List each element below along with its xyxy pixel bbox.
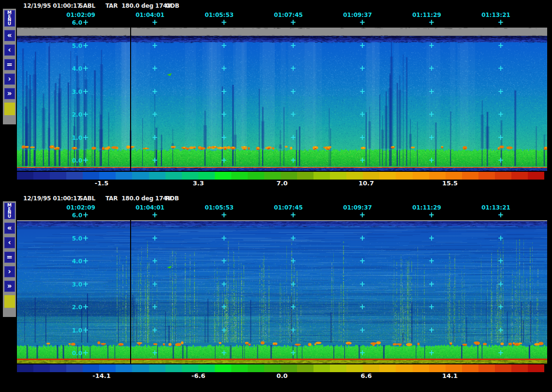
colorbar-cell — [346, 172, 363, 180]
colorbar-cell — [116, 364, 132, 372]
grid-mark-icon: + — [428, 65, 435, 73]
grid-mark-icon: + — [82, 235, 90, 242]
grid-mark-icon: + — [220, 88, 228, 96]
menu-button[interactable]: MENU — [4, 10, 15, 27]
colorbar-cell — [182, 364, 198, 372]
header-datetime: 12/19/95 01:00:17 — [23, 2, 81, 9]
grid-mark-icon: + — [358, 157, 366, 165]
colorbar — [17, 172, 544, 180]
colorbar-cell — [50, 364, 66, 372]
color-swatch[interactable] — [4, 103, 15, 115]
header-scan-info: TAR 180.0 deg 174# — [105, 195, 172, 202]
step-forward-button[interactable]: › — [4, 266, 15, 277]
colorbar-cell — [281, 172, 297, 180]
grid-mark-icon: + — [358, 327, 366, 334]
altitude-label: 4.0 — [60, 65, 82, 73]
time-label: 01:13:21 — [477, 204, 515, 211]
time-cursor[interactable] — [130, 220, 131, 363]
colorbar-cell — [248, 364, 264, 372]
grid-mark-icon: + — [82, 349, 90, 357]
grid-mark-icon: + — [289, 303, 297, 311]
grid-mark-icon: + — [497, 88, 505, 96]
time-label: 01:07:45 — [269, 12, 308, 18]
hold-button[interactable]: = — [4, 59, 15, 70]
grid-mark-icon: + — [428, 349, 435, 357]
grid-mark-icon: + — [289, 257, 297, 265]
grid-mark-icon: + — [220, 42, 228, 50]
colorbar-cell — [478, 364, 495, 372]
grid-mark-icon: + — [151, 257, 159, 265]
color-swatch[interactable] — [4, 295, 15, 308]
time-label: 01:09:37 — [338, 12, 377, 18]
grid-mark-icon: + — [358, 281, 366, 288]
altitude-label: 5.0 — [60, 42, 82, 50]
grid-mark-icon: + — [497, 235, 505, 242]
time-label: 01:07:45 — [269, 204, 308, 211]
colorbar-cell — [462, 364, 478, 372]
grid-mark-icon: + — [82, 327, 90, 334]
grid-mark-icon: + — [220, 134, 228, 142]
altitude-label: 3.0 — [60, 281, 82, 288]
panel-rdb: 12/19/95 01:00:17 SABL TAR 180.0 deg 174… — [0, 193, 552, 385]
menu-button[interactable]: MENU — [4, 203, 15, 219]
grid-mark-icon: + — [82, 134, 90, 142]
grid-mark-icon: + — [358, 257, 366, 265]
grid-mark-icon: + — [220, 349, 228, 357]
grid-mark-icon: + — [289, 65, 297, 73]
grid-mark-icon: + — [220, 303, 228, 311]
grid-mark-icon: + — [497, 65, 505, 73]
grid-mark-icon: + — [428, 281, 435, 288]
grid-mark-icon: + — [497, 349, 505, 357]
colorbar-cell — [149, 364, 165, 372]
time-cursor[interactable] — [130, 28, 131, 171]
colorbar-cell — [511, 172, 528, 180]
grid-mark-icon: + — [497, 42, 505, 50]
colorbar-cell — [231, 364, 248, 372]
grid-mark-icon: + — [358, 19, 366, 27]
header-instrument: SABL — [79, 2, 95, 9]
grid-mark-icon: + — [82, 257, 90, 265]
grid-mark-icon: + — [358, 211, 366, 219]
colorbar-label: 7.0 — [263, 180, 301, 187]
colorbar-cell — [413, 172, 429, 180]
colorbar-cell — [215, 364, 231, 372]
grid-mark-icon: + — [289, 111, 297, 119]
grid-mark-icon: + — [220, 19, 228, 27]
colorbar-cell — [446, 172, 462, 180]
grid-mark-icon: + — [428, 19, 435, 27]
grid-mark-icon: + — [151, 157, 159, 165]
header-channel: RDB — [165, 195, 179, 202]
hold-button[interactable]: = — [4, 252, 15, 263]
step-back-button[interactable]: ‹ — [4, 237, 15, 248]
grid-mark-icon: + — [358, 235, 366, 242]
backscatter-image[interactable] — [17, 28, 547, 171]
altitude-label: 2.0 — [60, 303, 82, 311]
colorbar-cell — [132, 172, 149, 180]
colorbar-cell — [297, 364, 313, 372]
grid-mark-icon: + — [428, 327, 435, 334]
header-scan-info: TAR 180.0 deg 174# — [105, 2, 172, 9]
colorbar-cell — [66, 172, 83, 180]
header-instrument: SABL — [79, 195, 95, 202]
grid-mark-icon: + — [151, 42, 159, 50]
time-label: 01:02:09 — [61, 204, 100, 211]
fast-rewind-button[interactable]: « — [4, 30, 15, 41]
altitude-label: 0.0 — [60, 157, 82, 165]
grid-mark-icon: + — [289, 157, 297, 165]
grid-mark-icon: + — [151, 235, 159, 242]
colorbar-cell — [528, 364, 544, 372]
colorbar-cell — [231, 172, 248, 180]
sabl-lidar-display: { "display": {"background": "#000000", "… — [0, 0, 552, 392]
backscatter-image[interactable] — [17, 220, 547, 363]
step-back-button[interactable]: ‹ — [4, 45, 15, 56]
grid-mark-icon: + — [428, 257, 435, 265]
fast-forward-button[interactable]: » — [4, 281, 15, 292]
colorbar-cell — [511, 364, 528, 372]
fast-forward-button[interactable]: » — [4, 88, 15, 99]
grid-mark-icon: + — [220, 157, 228, 165]
fast-rewind-button[interactable]: « — [4, 223, 15, 234]
colorbar-cell — [413, 364, 429, 372]
colorbar-cell — [198, 364, 215, 372]
grid-mark-icon: + — [289, 88, 297, 96]
step-forward-button[interactable]: › — [4, 74, 15, 85]
